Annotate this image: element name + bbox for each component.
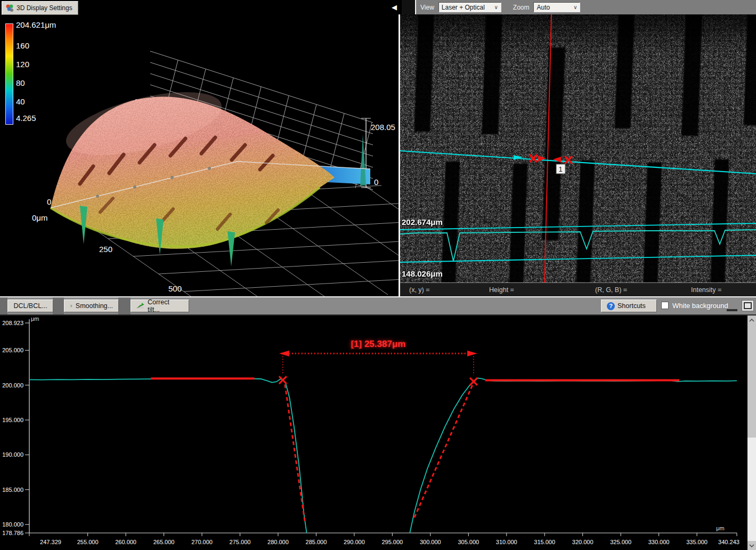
colorbar-80-label: 80 [16, 78, 25, 87]
view-label: View [420, 4, 434, 11]
surface-dome [32, 79, 370, 266]
measurement-x-mark[interactable] [279, 376, 287, 384]
3d-display-settings-label: 3D Display Settings [17, 4, 72, 12]
y-axis-unit: μm [31, 316, 39, 322]
chart-scrollbar[interactable] [747, 316, 756, 550]
x-tick-label: 340.243 [718, 539, 739, 545]
measurement-x-mark[interactable] [470, 378, 477, 385]
y-tick-label: 190.000 [2, 451, 23, 458]
chevron-down-icon: ∨ [494, 4, 498, 10]
x-tick-label: 325.000 [610, 539, 631, 545]
x-tick-label: 255.000 [77, 539, 99, 545]
optical-toolbar: View Laser + Optical ∨ Zoom Auto ∨ [415, 0, 756, 14]
collapse-panel-button[interactable]: ◀ [387, 0, 402, 14]
y-tick-label: 180.000 [2, 521, 23, 528]
y-tick-label: 195.000 [2, 417, 23, 423]
x-tick-label: 335.000 [686, 539, 708, 545]
correct-tilt-label: Correct tilt... [148, 298, 183, 313]
dimension-label: [1] 25.387μm [351, 339, 405, 349]
colorbar-max-label: 204.621μm [16, 20, 56, 29]
white-background-checkbox[interactable] [661, 302, 669, 309]
shortcuts-button[interactable]: ? Shortcuts [601, 300, 657, 312]
lower-height-label: 148.026μm [402, 269, 443, 278]
x-tick-label: 320.000 [572, 539, 594, 545]
collapse-arrow-icon: ◀ [392, 3, 397, 11]
measurement-marker-number: 1 [558, 165, 562, 173]
dcl-bcl-button[interactable]: DCL/BCL... [7, 300, 53, 312]
section-spike [360, 134, 366, 185]
scrollbar-thumb[interactable] [747, 325, 756, 438]
optical-status-bar: (x, y) = Height = (R, G, B) = Intensity … [400, 282, 756, 296]
height-profile-chart[interactable]: 208.923205.000200.000195.000190.000185.0… [0, 316, 747, 550]
x-axis-unit: μm [716, 525, 725, 531]
y-tick-label: 208.923 [2, 320, 23, 326]
zoom-select[interactable]: Auto ∨ [533, 2, 580, 12]
profile-curve [410, 378, 737, 533]
colorbar-min-label: 4.265 [16, 114, 36, 123]
maximize-button[interactable] [742, 300, 754, 311]
smoothing-icon [70, 302, 73, 310]
y-tick-label: 178.786 [2, 530, 23, 536]
x-tick-label: 295.000 [381, 539, 403, 545]
minimize-button[interactable] [727, 301, 737, 311]
x-tick-label: 315.000 [534, 539, 555, 545]
x-tick-label: 305.000 [458, 539, 479, 545]
profile-curve [29, 378, 307, 532]
white-background-label: White background [672, 302, 728, 310]
status-height: Height = [489, 286, 514, 294]
3d-display-settings-icon [5, 4, 14, 12]
axis-origin-label: 0 [47, 197, 51, 206]
smoothing-button[interactable]: Smoothing... [64, 300, 119, 312]
x-tick-label: 285.000 [306, 539, 327, 545]
panel-3d-view: 208.05 0 128μm [0, 0, 399, 296]
chevron-down-icon: ∨ [573, 4, 577, 10]
z-min-label: 0 [374, 177, 378, 187]
scroll-up-arrow[interactable] [747, 316, 756, 325]
3d-display-settings-button[interactable]: 3D Display Settings [2, 1, 78, 15]
y-tick-label: 205.000 [2, 347, 23, 353]
x-tick-label: 330.000 [648, 539, 670, 545]
axis-origin-unit-label: 0μm [32, 213, 47, 222]
smoothing-label: Smoothing... [76, 302, 113, 310]
y-tick-label: 200.000 [2, 382, 23, 389]
colorbar-160-label: 160 [16, 41, 29, 50]
scroll-down-arrow[interactable] [747, 541, 756, 550]
3d-surface-scene[interactable]: 208.05 0 128μm [0, 0, 399, 296]
colorbar-40-label: 40 [16, 97, 25, 106]
axis-500-label: 500 [168, 284, 182, 293]
panel-optical-view: ◀ View Laser + Optical ∨ Zoom Auto ∨ [400, 0, 756, 296]
x-tick-label: 270.000 [191, 539, 213, 545]
correct-tilt-button[interactable]: Correct tilt... [131, 300, 189, 312]
status-intensity: Intensity = [691, 286, 721, 294]
profile-chart-panel: 208.923205.000200.000195.000190.000185.0… [0, 316, 756, 550]
dimension-arrow-left [279, 351, 289, 357]
x-tick-label: 247.329 [40, 539, 61, 545]
red-fit-line [285, 384, 305, 521]
laser-optical-image[interactable]: 1 202.674μm 148.026μm [400, 14, 756, 282]
height-colorbar [5, 23, 13, 125]
upper-height-label: 202.674μm [402, 217, 443, 227]
x-tick-label: 290.000 [344, 539, 365, 545]
z-max-label: 208.05 [371, 123, 395, 132]
dcl-bcl-label: DCL/BCL... [13, 302, 47, 310]
question-icon: ? [607, 302, 615, 310]
view-mode-select[interactable]: Laser + Optical ∨ [438, 2, 501, 12]
zoom-value: Auto [536, 4, 550, 11]
colorbar-120-label: 120 [16, 60, 29, 69]
red-fit-line [414, 384, 473, 517]
x-tick-label: 265.000 [153, 539, 175, 545]
status-xy: (x, y) = [409, 286, 430, 294]
zoom-label: Zoom [513, 4, 530, 11]
status-rgb: (R, G, B) = [595, 286, 627, 294]
x-tick-label: 300.000 [420, 539, 441, 545]
y-tick-label: 185.000 [2, 487, 23, 493]
dimension-arrow-right [467, 351, 477, 357]
x-tick-label: 280.000 [267, 539, 289, 545]
axis-250-label: 250 [99, 245, 112, 254]
correct-tilt-icon [136, 302, 145, 310]
view-mode-value: Laser + Optical [442, 4, 485, 11]
x-tick-label: 275.000 [230, 539, 251, 545]
x-tick-label: 260.000 [115, 539, 136, 545]
maximize-icon [744, 302, 752, 309]
processing-toolbar: DCL/BCL... Smoothing... Correct tilt... … [0, 297, 756, 316]
